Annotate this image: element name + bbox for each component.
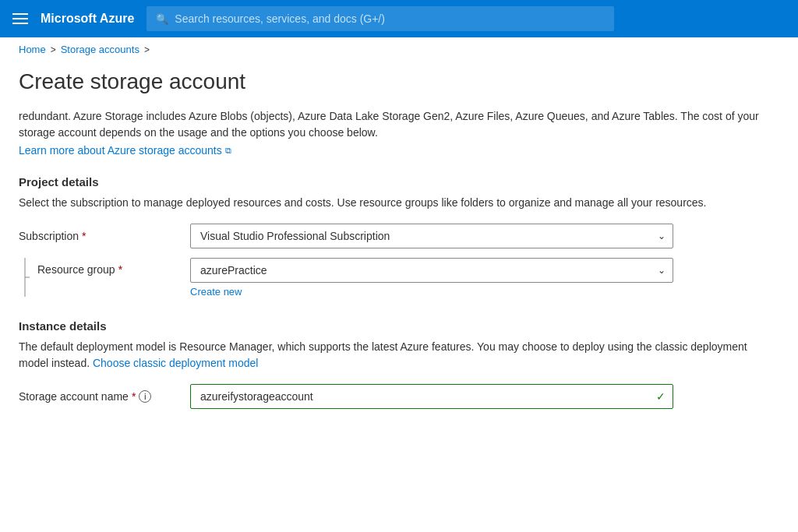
page-title: Create storage account [19, 68, 779, 96]
learn-more-link[interactable]: Learn more about Azure storage accounts … [19, 144, 231, 157]
resource-group-row: Resource group * azurePractice ⌄ Create … [19, 258, 779, 298]
instance-details-heading: Instance details [19, 319, 779, 333]
main-content: Create storage account redundant. Azure … [0, 62, 798, 437]
project-details-heading: Project details [19, 175, 779, 188]
valid-check-icon: ✓ [656, 390, 666, 403]
breadcrumb: Home > Storage accounts > [0, 37, 798, 62]
breadcrumb-separator-1: > [51, 44, 56, 55]
breadcrumb-storage-accounts[interactable]: Storage accounts [61, 44, 139, 55]
global-search-bar[interactable]: 🔍 [147, 6, 614, 31]
subscription-label-col: Subscription * [19, 230, 190, 242]
info-icon[interactable]: i [139, 390, 151, 403]
search-icon: 🔍 [156, 13, 168, 25]
create-new-link[interactable]: Create new [190, 286, 673, 298]
subscription-row: Subscription * Visual Studio Professiona… [19, 224, 779, 248]
brand-title: Microsoft Azure [41, 12, 134, 26]
page-description: redundant. Azure Storage includes Azure … [19, 108, 779, 141]
search-input[interactable] [175, 12, 605, 25]
instance-details-description: The default deployment model is Resource… [19, 339, 779, 372]
resource-group-dropdown[interactable]: azurePractice [190, 258, 673, 283]
resource-group-label: Resource group [37, 263, 115, 276]
top-navigation: Microsoft Azure 🔍 [0, 0, 798, 37]
hamburger-menu-icon[interactable] [12, 13, 28, 24]
resource-group-dropdown-wrapper: azurePractice ⌄ [190, 258, 673, 283]
classic-deployment-link[interactable]: Choose classic deployment model [93, 357, 258, 369]
project-details-description: Select the subscription to manage deploy… [19, 195, 779, 211]
bracket-svg [19, 258, 31, 297]
breadcrumb-separator-2: > [144, 44, 150, 55]
resource-group-required-star: * [118, 263, 122, 276]
subscription-input-col: Visual Studio Professional Subscription … [190, 224, 673, 248]
subscription-dropdown[interactable]: Visual Studio Professional Subscription [190, 224, 673, 248]
bracket-symbol [19, 258, 31, 297]
storage-account-name-label-col: Storage account name * i [19, 390, 190, 403]
storage-account-name-row: Storage account name * i ✓ [19, 384, 779, 409]
resource-group-label-col: Resource group * [37, 258, 190, 276]
storage-account-name-input-col: ✓ [190, 384, 673, 409]
breadcrumb-home[interactable]: Home [19, 44, 46, 55]
storage-account-name-label: Storage account name [19, 390, 129, 403]
subscription-required-star: * [82, 230, 86, 242]
resource-group-input-col: azurePractice ⌄ Create new [190, 258, 673, 298]
subscription-dropdown-wrapper: Visual Studio Professional Subscription … [190, 224, 673, 248]
storage-account-name-wrapper: ✓ [190, 384, 673, 409]
subscription-label: Subscription [19, 230, 79, 242]
storage-account-name-required-star: * [132, 390, 136, 403]
external-link-icon: ⧉ [225, 146, 231, 156]
storage-account-name-input[interactable] [190, 384, 673, 409]
